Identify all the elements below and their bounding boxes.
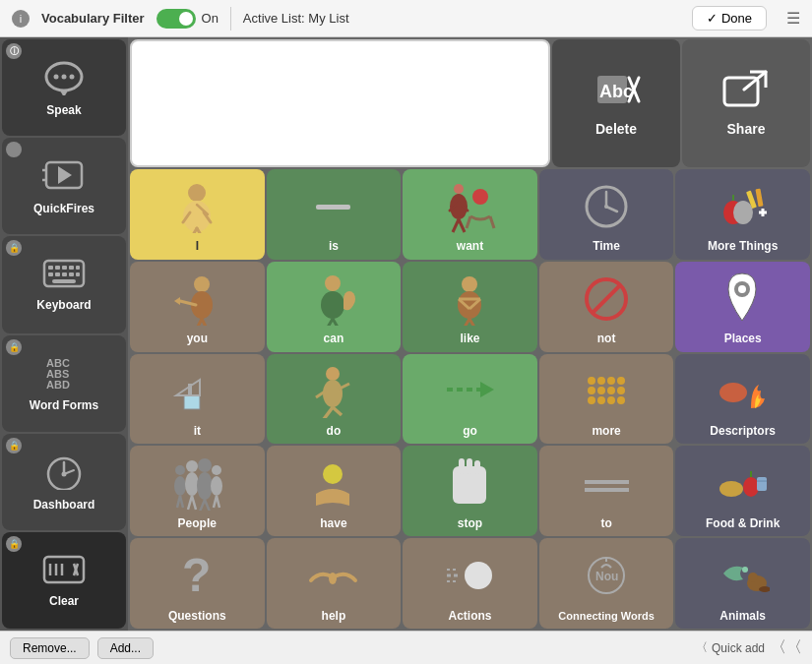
bottom-bar: Remove... Add... 〈 Quick add 〈〈 xyxy=(0,631,812,664)
cell-questions[interactable]: ? Questions xyxy=(130,538,265,629)
cell-actions[interactable]: Actions xyxy=(403,538,537,629)
svg-line-96 xyxy=(333,407,342,415)
done-button[interactable]: ✓ Done xyxy=(692,6,767,30)
have-label: have xyxy=(320,516,346,530)
svg-rect-133 xyxy=(467,458,472,474)
cell-people[interactable]: People xyxy=(130,446,265,536)
wordforms-label: Word Forms xyxy=(30,398,98,412)
clear-icon xyxy=(42,553,86,590)
can-label: can xyxy=(324,332,344,345)
svg-point-102 xyxy=(597,377,605,385)
svg-rect-16 xyxy=(55,272,60,276)
animals-label: Animals xyxy=(719,609,766,623)
sidebar-item-speak[interactable]: ⓘ Speak xyxy=(2,39,126,136)
cell-animals[interactable]: Animals xyxy=(675,538,810,629)
svg-line-39 xyxy=(744,72,766,90)
cell-can[interactable]: can xyxy=(267,262,402,352)
delete-icon: Abc xyxy=(592,70,641,117)
cell-stop[interactable]: stop xyxy=(403,446,537,536)
more-label: more xyxy=(592,424,620,438)
sidebar-item-clear[interactable]: 🔒 Clear xyxy=(2,532,126,629)
cell-more[interactable]: more xyxy=(539,354,674,445)
cell-go[interactable]: go xyxy=(403,354,537,445)
cell-have[interactable]: have xyxy=(267,446,402,536)
svg-point-78 xyxy=(344,291,355,307)
quick-add-button[interactable]: 〈 Quick add xyxy=(696,639,765,656)
svg-text:ABD: ABD xyxy=(46,379,70,391)
quickfires-icon xyxy=(42,156,86,198)
cell-to[interactable]: to xyxy=(539,446,674,536)
i-icon xyxy=(134,173,261,239)
sidebar-item-keyboard[interactable]: 🔒 Keyboard xyxy=(2,236,126,332)
stop-icon xyxy=(406,450,533,515)
share-button[interactable]: Share xyxy=(682,39,810,167)
remove-button[interactable]: Remove... xyxy=(10,637,90,659)
svg-rect-65 xyxy=(756,188,764,207)
it-label: it xyxy=(194,424,201,438)
do-icon xyxy=(271,358,398,424)
list-icon[interactable]: ☰ xyxy=(786,9,800,28)
cell-it[interactable]: it xyxy=(130,354,265,445)
wordforms-badge: 🔒 xyxy=(6,339,22,355)
dashboard-badge: 🔒 xyxy=(6,438,22,453)
svg-point-110 xyxy=(597,396,605,404)
cell-you[interactable]: you xyxy=(130,262,265,352)
svg-line-55 xyxy=(467,216,470,228)
to-icon xyxy=(543,450,670,515)
sidebar-item-quickfires[interactable]: QuickFires xyxy=(2,138,126,234)
svg-rect-19 xyxy=(76,272,80,276)
delete-button[interactable]: Abc Delete xyxy=(552,39,680,167)
cell-want[interactable]: want xyxy=(403,169,537,260)
keyboard-label: Keyboard xyxy=(36,298,91,312)
svg-point-106 xyxy=(597,387,605,394)
main-area: ⓘ Speak xyxy=(0,37,812,631)
svg-point-122 xyxy=(198,458,212,472)
cell-not[interactable]: not xyxy=(539,262,674,352)
vocabulary-toggle[interactable] xyxy=(156,9,196,29)
help-icon xyxy=(271,542,398,608)
app-title: Vocabulary Filter xyxy=(41,11,145,26)
add-button[interactable]: Add... xyxy=(97,637,154,659)
sidebar-item-wordforms[interactable]: 🔒 ABC ABS ABD Word Forms xyxy=(2,335,126,432)
svg-rect-17 xyxy=(62,272,67,276)
svg-rect-18 xyxy=(69,272,74,276)
cell-like[interactable]: like xyxy=(403,262,537,352)
text-input-row: Abc Delete Share xyxy=(130,39,810,167)
svg-line-77 xyxy=(333,319,340,326)
cell-places[interactable]: Places xyxy=(675,262,810,352)
svg-point-113 xyxy=(719,383,747,402)
go-label: go xyxy=(463,424,477,438)
cell-more-things[interactable]: More Things xyxy=(675,169,810,260)
speak-icon xyxy=(42,58,86,99)
svg-point-152 xyxy=(742,567,748,573)
cell-help[interactable]: help xyxy=(267,538,402,629)
cell-time[interactable]: Time xyxy=(539,169,674,260)
text-input-box[interactable] xyxy=(130,39,550,167)
svg-point-54 xyxy=(472,189,488,205)
double-chevron-icon[interactable]: 〈〈 xyxy=(771,637,802,658)
svg-rect-135 xyxy=(453,472,459,484)
svg-marker-73 xyxy=(174,297,180,305)
svg-text:?: ? xyxy=(182,549,211,601)
descriptors-label: Descriptors xyxy=(710,424,776,438)
questions-label: Questions xyxy=(168,609,226,623)
svg-point-123 xyxy=(197,472,213,500)
svg-point-60 xyxy=(604,205,608,209)
connecting-words-label: Connecting Words xyxy=(558,610,655,623)
i-label: I xyxy=(196,239,199,253)
cell-descriptors[interactable]: Descriptors xyxy=(675,354,810,445)
cell-do[interactable]: do xyxy=(267,354,402,445)
cell-is[interactable]: is xyxy=(267,169,402,260)
you-icon xyxy=(134,266,261,332)
sidebar-item-dashboard[interactable]: 🔒 Dashboard xyxy=(2,434,126,530)
svg-text:Abc: Abc xyxy=(599,82,633,101)
svg-point-27 xyxy=(62,471,67,476)
clear-badge: 🔒 xyxy=(6,536,22,552)
cell-food-drink[interactable]: Food & Drink xyxy=(675,446,810,536)
svg-rect-10 xyxy=(48,266,53,270)
cell-i[interactable]: I xyxy=(130,169,265,260)
svg-point-111 xyxy=(607,396,615,404)
cell-connecting-words[interactable]: Nou Connecting Words xyxy=(539,538,674,629)
info-icon[interactable]: i xyxy=(12,10,30,28)
svg-point-68 xyxy=(194,276,210,292)
